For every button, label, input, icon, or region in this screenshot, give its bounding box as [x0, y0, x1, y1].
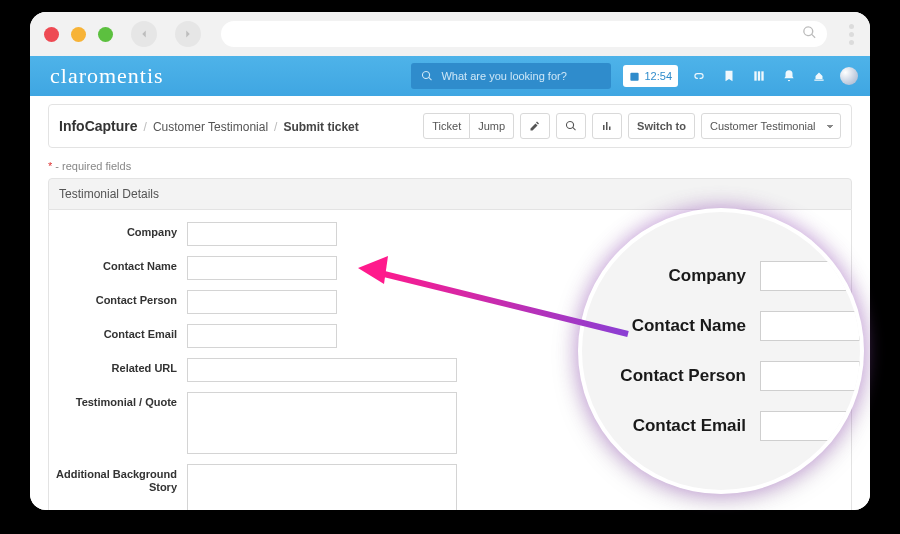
contact-person-field[interactable]	[187, 290, 337, 314]
clock-time: 12:54	[644, 70, 672, 82]
contact-name-label: Contact Name	[55, 256, 187, 280]
breadcrumb: InfoCapture / Customer Testimonial / Sub…	[59, 118, 359, 134]
apps-icon[interactable]	[752, 69, 766, 83]
search-icon	[565, 120, 577, 132]
window-controls	[44, 27, 113, 42]
brand-logo: claromentis	[50, 63, 164, 89]
company-label: Company	[55, 222, 187, 246]
switch-to-label: Switch to	[628, 113, 695, 139]
edit-icon	[529, 120, 541, 132]
breadcrumb-root[interactable]: InfoCapture	[59, 118, 138, 134]
related-url-field[interactable]	[187, 358, 457, 382]
link-icon[interactable]	[692, 69, 706, 83]
toolbar-actions: Ticket Jump Switch to Customer Testimoni…	[423, 113, 841, 139]
contact-email-label: Contact Email	[55, 324, 187, 348]
jump-button[interactable]: Jump	[470, 113, 514, 139]
compose-button[interactable]	[520, 113, 550, 139]
svg-rect-4	[603, 125, 605, 130]
address-bar[interactable]	[221, 21, 827, 47]
zoom-company-label: Company	[610, 266, 760, 286]
reports-button[interactable]	[592, 113, 622, 139]
company-field[interactable]	[187, 222, 337, 246]
browser-menu-button[interactable]	[847, 24, 856, 45]
header-search[interactable]: What are you looking for?	[411, 63, 611, 89]
breadcrumb-mid[interactable]: Customer Testimonial	[153, 120, 268, 134]
zoom-contact-name-label: Contact Name	[610, 316, 760, 336]
story-field[interactable]	[187, 464, 457, 510]
zoom-contact-email-label: Contact Email	[610, 416, 760, 436]
svg-rect-0	[631, 72, 639, 80]
zoom-contact-name-field	[760, 311, 860, 341]
zoom-callout: Company Contact Name Contact Person Cont…	[582, 212, 860, 490]
chart-icon	[601, 120, 613, 132]
contact-email-field[interactable]	[187, 324, 337, 348]
contact-name-field[interactable]	[187, 256, 337, 280]
quote-label: Testimonial / Quote	[55, 392, 187, 454]
required-note: * - required fields	[48, 160, 852, 172]
bell-icon[interactable]	[782, 69, 796, 83]
close-window-button[interactable]	[44, 27, 59, 42]
svg-rect-5	[606, 122, 608, 130]
project-select[interactable]: Customer Testimonial	[701, 113, 841, 139]
svg-rect-2	[758, 71, 760, 80]
ticket-button[interactable]: Ticket	[423, 113, 470, 139]
clock-widget[interactable]: 12:54	[623, 65, 678, 87]
page-toolbar: InfoCapture / Customer Testimonial / Sub…	[48, 104, 852, 148]
back-button[interactable]	[131, 21, 157, 47]
search-placeholder: What are you looking for?	[441, 70, 566, 82]
svg-rect-1	[754, 71, 756, 80]
related-url-label: Related URL	[55, 358, 187, 382]
header-icon-group	[692, 69, 826, 83]
org-icon[interactable]	[812, 69, 826, 83]
calendar-icon	[629, 71, 640, 82]
forward-button[interactable]	[175, 21, 201, 47]
svg-rect-3	[761, 71, 763, 80]
minimize-window-button[interactable]	[71, 27, 86, 42]
browser-chrome	[30, 12, 870, 56]
search-icon	[802, 25, 817, 43]
bookmark-icon[interactable]	[722, 69, 736, 83]
avatar[interactable]	[840, 67, 858, 85]
maximize-window-button[interactable]	[98, 27, 113, 42]
quote-field[interactable]	[187, 392, 457, 454]
zoom-contact-person-field	[760, 361, 860, 391]
panel-title: Testimonial Details	[48, 178, 852, 210]
zoom-contact-person-label: Contact Person	[610, 366, 760, 386]
contact-person-label: Contact Person	[55, 290, 187, 314]
story-label: Additional Background Story	[55, 464, 187, 510]
svg-rect-6	[609, 127, 611, 131]
search-icon	[421, 70, 433, 82]
search-button[interactable]	[556, 113, 586, 139]
app-header: claromentis What are you looking for? 12…	[30, 56, 870, 96]
breadcrumb-leaf: Submit ticket	[283, 120, 358, 134]
